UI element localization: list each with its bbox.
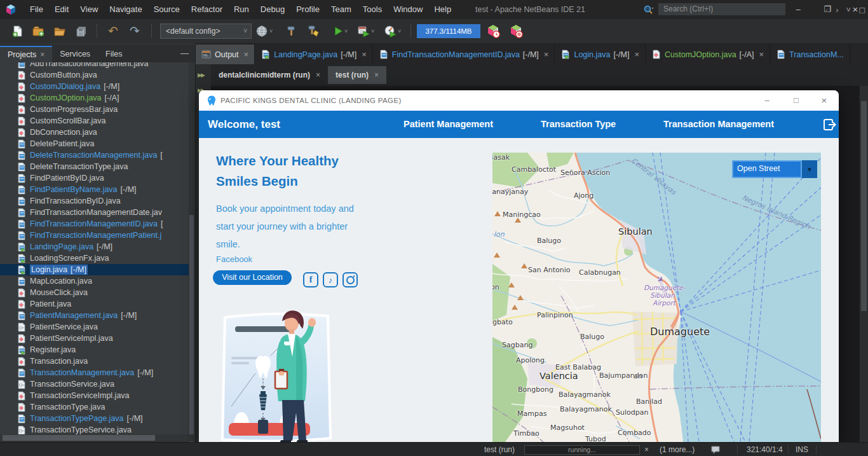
tree-item[interactable]: DeletePatient.java (0, 138, 194, 149)
nav-link-transaction-management[interactable]: Transaction Management (663, 111, 774, 138)
tree-item[interactable]: FindPatientByName.java[-/M] (0, 184, 194, 195)
memory-indicator[interactable]: 377.3/1114MB (417, 24, 480, 38)
tree-item[interactable]: TransactionService.java (0, 378, 194, 390)
map-widget[interactable]: ✈ BasakCambaloctotSeñora AscionJanayjana… (492, 153, 821, 442)
tree-vertical-scrollbar[interactable] (189, 62, 194, 434)
redo-button[interactable]: ↷ (127, 24, 142, 39)
tree-item[interactable]: CustomJOption.java[-/A] (0, 92, 194, 104)
close-icon[interactable]: × (40, 47, 44, 63)
profile-runtime-button[interactable] (485, 24, 501, 39)
tree-item[interactable]: FindTransactionByID.java (0, 195, 194, 207)
new-project-button[interactable] (31, 24, 46, 39)
save-all-button[interactable] (74, 24, 89, 39)
map-layer-selector[interactable]: Open Street ▼ (732, 160, 817, 178)
undo-button[interactable]: ↶ (105, 24, 121, 39)
menu-debug[interactable]: Debug (255, 0, 290, 19)
tab-close-icon[interactable]: × (634, 50, 639, 59)
menu-view[interactable]: View (74, 0, 104, 19)
chevron-down-icon[interactable]: ˅ (371, 28, 374, 34)
chevron-down-icon[interactable]: ▼ (802, 160, 817, 178)
menu-window[interactable]: Window (388, 0, 428, 19)
tree-item[interactable]: Transaction.java (0, 356, 194, 367)
rerun-icon[interactable]: ▶▶ (198, 69, 209, 81)
tab-close-icon[interactable]: × (374, 71, 379, 79)
menu-profile[interactable]: Profile (290, 0, 325, 19)
app-maximize-button[interactable]: □ (785, 90, 807, 111)
editor-tab[interactable]: FindTransactionManagementID.java[-/M]× (373, 45, 555, 64)
chevron-down-icon[interactable]: ˅ (398, 28, 401, 34)
tab-list-icon[interactable]: ˅ (846, 5, 851, 15)
tree-item[interactable]: Login.java[-/M] (0, 264, 194, 275)
menu-navigate[interactable]: Navigate (104, 0, 147, 19)
tree-item[interactable]: MapLocation.java (0, 275, 194, 287)
editor-tab[interactable]: Login.java[-/M]× (555, 45, 646, 64)
scrollbar-thumb[interactable] (3, 435, 155, 441)
tab-close-icon[interactable]: × (244, 50, 249, 59)
app-close-button[interactable]: × (813, 90, 835, 111)
nav-link-transaction-type[interactable]: Transaction Type (541, 111, 616, 138)
tree-item[interactable]: DeleteTransactionManagement.java[ (0, 149, 194, 161)
tiktok-icon[interactable]: ♪ (323, 272, 338, 287)
new-file-button[interactable] (10, 24, 25, 39)
maximize-panel-icon[interactable]: ◻ (858, 5, 865, 15)
tree-item[interactable]: PatientServiceImpl.java (0, 333, 194, 344)
search-input[interactable]: Search (Ctrl+I) (658, 3, 785, 15)
editor-tab[interactable]: Output× (196, 45, 255, 64)
menu-file[interactable]: File (24, 0, 49, 19)
connect-button[interactable] (254, 24, 269, 39)
tree-item[interactable]: AddTransactionManagement.java (0, 62, 194, 69)
sidebar-tab-projects[interactable]: Projects× (0, 46, 52, 62)
scroll-left-icon[interactable]: ‹ (825, 5, 828, 15)
run-project-button[interactable] (330, 24, 346, 39)
nav-link-patient-management[interactable]: Patient Management (403, 111, 493, 138)
tree-item[interactable]: TransactionServiceImpl.java (0, 390, 194, 401)
scrollbar-thumb[interactable] (861, 101, 867, 311)
menu-refactor[interactable]: Refactor (186, 0, 228, 19)
search-icon[interactable] (643, 4, 654, 15)
profile-project-button[interactable] (383, 24, 398, 39)
tree-item[interactable]: TransactionManagement.java[-/M] (0, 367, 194, 378)
minimize-button[interactable]: – (785, 0, 811, 19)
tree-horizontal-scrollbar[interactable] (0, 434, 194, 441)
tree-item[interactable]: TransactionType.java (0, 401, 194, 413)
menu-team[interactable]: Team (325, 0, 357, 19)
output-scrollbar[interactable] (859, 86, 868, 442)
tree-item[interactable]: Register.java (0, 344, 194, 356)
tree-item[interactable]: FindTransactionManagementDate.jav (0, 207, 194, 218)
scrollbar-thumb[interactable] (189, 215, 194, 450)
menu-run[interactable]: Run (228, 0, 255, 19)
debug-project-button[interactable] (356, 24, 371, 39)
tree-item[interactable]: CustomJDialog.java[-/M] (0, 81, 194, 92)
tree-item[interactable]: FindTransactionManagementID.java[ (0, 218, 194, 230)
menu-source[interactable]: Source (148, 0, 186, 19)
build-project-button[interactable] (285, 24, 300, 39)
tree-item[interactable]: LandingPage.java[-/M] (0, 241, 194, 252)
menu-tools[interactable]: Tools (357, 0, 388, 19)
minimize-panel-icon[interactable]: — (180, 48, 189, 58)
tree-item[interactable]: CustomScrollBar.java (0, 115, 194, 127)
profile-record-button[interactable] (508, 24, 524, 39)
tab-close-icon[interactable]: × (544, 50, 549, 59)
chevron-down-icon[interactable]: ˅ (269, 28, 273, 34)
menu-help[interactable]: Help (428, 0, 457, 19)
config-selector[interactable]: <default config> ˅ (160, 24, 252, 39)
progress-bar[interactable]: running... (524, 445, 640, 455)
facebook-link[interactable]: Facebook (216, 254, 252, 264)
tree-item[interactable]: TransactionTypePage.java[-/M] (0, 413, 194, 424)
chevron-down-icon[interactable]: ˅ (344, 28, 348, 34)
tree-item[interactable]: CustomProgressBar.java (0, 104, 194, 115)
more-processes-link[interactable]: (1 more...) (660, 443, 695, 456)
tree-item[interactable]: FindPatientByID.java (0, 172, 194, 184)
editor-tab[interactable]: LandingPage.java[-/M]× (255, 45, 373, 64)
logout-icon[interactable] (823, 118, 837, 132)
tab-close-icon[interactable]: × (759, 50, 764, 59)
clean-and-build-button[interactable] (306, 24, 322, 39)
open-project-button[interactable] (52, 24, 67, 39)
visit-location-button[interactable]: Visit our Location (213, 270, 292, 285)
instagram-icon[interactable] (342, 272, 358, 287)
tree-item[interactable]: CustomButton.java (0, 69, 194, 81)
tree-item[interactable]: DeleteTransactionType.java (0, 161, 194, 172)
tree-item[interactable]: MouseClick.java (0, 287, 194, 298)
tab-close-icon[interactable]: × (362, 50, 367, 59)
output-tab[interactable]: test (run)× (328, 66, 386, 84)
